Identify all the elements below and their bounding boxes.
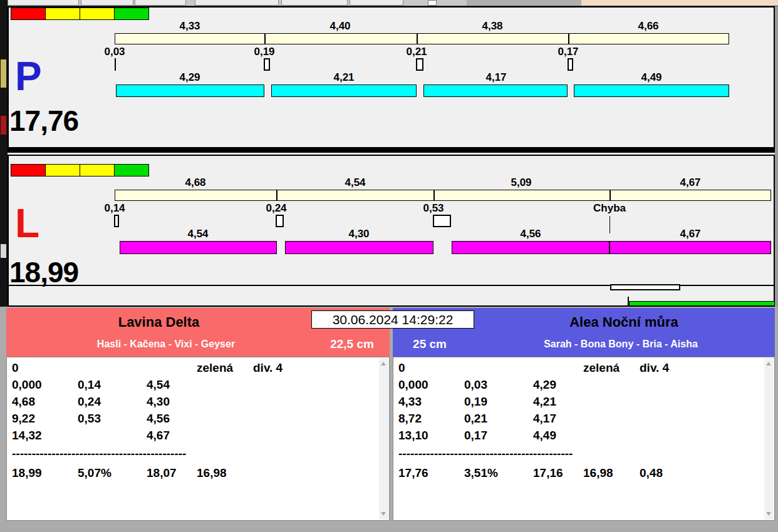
dog-run-bar-P (574, 84, 729, 97)
result-cell: 0 (398, 361, 405, 375)
dog-time-label: 4,67 (665, 228, 715, 240)
background-tab (8, 0, 79, 6)
team-left-name: Lavina Delta (6, 314, 311, 330)
result-cell: 3,51% (464, 466, 498, 480)
result-cell: 18,99 (12, 466, 42, 480)
result-cell: 0,21 (464, 412, 487, 426)
result-cell: 0,48 (640, 466, 663, 480)
dog-time-label: 4,49 (626, 71, 677, 84)
dog-run-bar-L (285, 241, 433, 254)
result-cell: 4,29 (533, 378, 556, 392)
dog-time-label: 4,56 (506, 228, 556, 240)
datetime-box: 30.06.2024 14:29:22 (311, 310, 474, 329)
flyball-timing-app-window: P 17,76 L 18,99 Lavina Delta Hasli - Kač… (0, 0, 778, 532)
dog-run-bar-L (452, 241, 609, 254)
result-cell: 4,54 (147, 378, 170, 392)
dog-time-label: 4,54 (173, 228, 223, 240)
changeover-label: 0,14 (90, 202, 140, 215)
leg-time-label: 4,54 (330, 176, 380, 189)
changeover-box (276, 215, 284, 227)
background-tab (281, 0, 348, 6)
result-cell: 14,32 (12, 429, 42, 442)
background-tab-notch (428, 0, 437, 6)
result-cell: 4,33 (398, 395, 422, 409)
result-cell: 17,76 (398, 466, 428, 480)
result-cell: 4,67 (147, 429, 170, 442)
leg-time-label: 4,33 (165, 20, 215, 33)
background-window-top-strip (8, 0, 778, 6)
changeover-label: 0,03 (90, 46, 140, 58)
scroll-down-icon[interactable] (381, 512, 386, 516)
lane-L-split-bar (115, 190, 771, 201)
leg-time-label: 4,38 (467, 20, 517, 33)
result-cell: 17,16 (533, 466, 563, 480)
lane-total-P: 17,76 (9, 106, 78, 135)
lane-P-split-bar (115, 33, 729, 44)
scrollbar-left[interactable] (379, 358, 388, 519)
result-cell: 9,22 (12, 412, 35, 426)
traffic-light-P-segment (45, 8, 80, 20)
result-cell: ----------------------------------------… (12, 447, 186, 461)
changeover-label: 0,17 (543, 46, 593, 58)
changeover-label: Chyba (584, 202, 635, 215)
background-strip-tan (581, 0, 778, 6)
result-cell: 4,49 (533, 429, 556, 442)
result-cell: 8,72 (398, 412, 422, 426)
result-cell: 4,68 (12, 395, 35, 409)
split-bar-divider (276, 190, 277, 201)
scroll-up-icon[interactable] (381, 362, 386, 366)
team-left-jump-height: 22,5 cm (318, 337, 386, 351)
results-rows-left: 0zelenádiv. 40,0000,144,544,680,244,309,… (12, 361, 376, 520)
changeover-box (264, 58, 270, 71)
dog-run-bar-P (116, 84, 264, 97)
split-bar-divider (417, 33, 418, 44)
background-tab (135, 0, 186, 6)
split-bar-divider (609, 190, 611, 201)
results-textarea-left[interactable]: 0zelenádiv. 40,0000,144,544,680,244,309,… (6, 357, 390, 521)
result-cell: 4,30 (147, 395, 170, 409)
background-fragment-red (1, 116, 6, 135)
changeover-box (114, 215, 119, 227)
scroll-up-icon[interactable] (766, 362, 771, 366)
result-cell: 13,10 (398, 429, 428, 442)
result-cell: 0,000 (398, 378, 428, 392)
result-cell: 4,17 (533, 412, 556, 426)
result-cell: div. 4 (640, 361, 669, 375)
traffic-light-P-segment (114, 8, 149, 20)
scrollbar-right[interactable] (764, 358, 774, 519)
result-cell: 0,19 (464, 395, 487, 409)
background-tab (195, 0, 279, 6)
dog-run-bar-L (609, 241, 771, 254)
lane-letter-L: L (15, 203, 39, 243)
result-cell: 0,000 (12, 378, 42, 392)
traffic-light-L-segment (114, 164, 149, 176)
dog-time-label: 4,30 (334, 228, 384, 240)
team-right-jump-height: 25 cm (395, 337, 465, 351)
result-cell: 0 (12, 361, 19, 375)
result-cell: 4,21 (533, 395, 556, 409)
changeover-label: 0,21 (392, 46, 442, 58)
result-cell: div. 4 (253, 361, 283, 375)
result-cell: 0,24 (78, 395, 101, 409)
team-left-members: Hasli - Kačena - Vixi - Geyser (6, 339, 326, 350)
changeover-box (433, 215, 451, 227)
dog-run-bar-L (120, 241, 277, 254)
split-bar-divider (264, 33, 266, 44)
scroll-down-icon[interactable] (766, 512, 771, 516)
result-cell: 4,56 (147, 412, 170, 426)
split-bar-divider (433, 190, 435, 201)
result-cell: 5,07% (78, 466, 112, 480)
team-right-members: Sarah - Bona Bony - Bria - Aisha (467, 339, 775, 350)
error-tick (609, 216, 610, 233)
leg-time-label: 5,09 (496, 176, 546, 189)
background-tab (81, 0, 133, 6)
dog-run-bar-P (423, 84, 568, 97)
traffic-light-P-segment (11, 8, 46, 20)
timeline-marker-box (610, 284, 680, 290)
results-textarea-right[interactable]: 0zelenádiv. 40,0000,034,294,330,194,218,… (393, 357, 775, 521)
team-right-name: Alea Noční můra (473, 314, 775, 330)
dog-time-label: 4,29 (165, 71, 215, 84)
result-cell: 0,17 (464, 429, 487, 442)
result-cell: 0,14 (78, 378, 101, 392)
changeover-box (568, 58, 573, 71)
